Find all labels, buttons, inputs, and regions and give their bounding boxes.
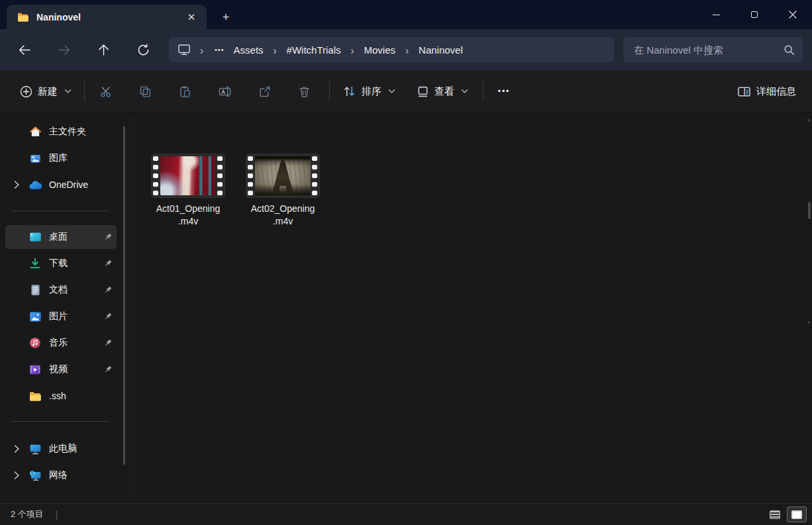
pin-icon (99, 365, 117, 374)
search-icon[interactable] (784, 44, 795, 56)
view-button[interactable]: 查看 (410, 78, 475, 105)
refresh-button[interactable] (131, 38, 155, 62)
file-list-area[interactable]: Act01_Opening .m4v Act02 (132, 114, 812, 503)
file-item-act02[interactable]: Act02_Opening .m4v (240, 153, 326, 228)
sidebar-item-this-pc[interactable]: 此电脑 (5, 437, 117, 461)
back-button[interactable] (13, 38, 36, 62)
search-input[interactable] (633, 44, 784, 56)
minimize-icon (713, 15, 720, 15)
pin-icon (99, 338, 117, 348)
ellipsis-icon: ••• (498, 87, 511, 96)
close-icon (788, 10, 797, 19)
cut-button[interactable] (91, 78, 120, 105)
delete-button[interactable] (289, 78, 319, 105)
folder-icon (28, 389, 42, 403)
sidebar-item-downloads[interactable]: 下载 (5, 252, 117, 275)
rename-button[interactable] (210, 78, 239, 105)
sidebar-item-label: OneDrive (49, 179, 117, 190)
forward-button[interactable] (52, 38, 76, 62)
breadcrumb-chevron[interactable]: › (194, 43, 209, 56)
refresh-icon (137, 44, 150, 56)
copy-icon (139, 85, 152, 98)
share-button[interactable] (250, 78, 279, 105)
file-name-line2: .m4v (240, 215, 326, 228)
new-tab-button[interactable]: + (217, 9, 235, 26)
video-frame-act01 (160, 156, 216, 195)
desktop-location-icon[interactable] (177, 43, 191, 56)
file-item-act01[interactable]: Act01_Opening .m4v (145, 153, 231, 228)
breadcrumb-item-assets[interactable]: Assets (230, 44, 268, 56)
main-scrollbar-thumb[interactable] (808, 202, 811, 219)
sidebar-item-label: 主文件夹 (49, 126, 117, 138)
this-pc-icon (28, 442, 42, 455)
tab-close-button[interactable]: ✕ (183, 9, 200, 26)
maximize-button[interactable] (735, 0, 774, 29)
sidebar-item-pictures[interactable]: 图片 (5, 305, 117, 328)
breadcrumb-chevron[interactable]: › (268, 43, 283, 56)
sidebar-divider (11, 211, 110, 211)
network-icon (28, 469, 42, 482)
details-pane-button[interactable]: 详细信息 (731, 78, 803, 105)
cut-icon (99, 85, 112, 98)
sidebar-item-onedrive[interactable]: OneDrive (5, 173, 117, 197)
sidebar-item-home[interactable]: 主文件夹 (5, 120, 117, 144)
video-frame-act02 (255, 156, 311, 195)
sidebar-item-music[interactable]: 音乐 (5, 331, 117, 355)
up-button[interactable] (91, 38, 115, 62)
sidebar-item-ssh[interactable]: .ssh (5, 384, 117, 408)
scrollbar-down-arrow[interactable] (808, 321, 810, 324)
up-arrow-icon (98, 44, 109, 56)
sidebar-item-videos[interactable]: 视频 (5, 358, 117, 381)
file-name-line1: Act01_Opening (145, 203, 231, 215)
expand-chevron-icon[interactable] (5, 180, 28, 189)
breadcrumb-chevron[interactable]: › (345, 43, 360, 56)
robed-figure-silhouette (264, 158, 301, 193)
breadcrumb-chevron[interactable]: › (399, 43, 415, 56)
expand-chevron-icon[interactable] (5, 444, 28, 453)
breadcrumb-item-witchtrials[interactable]: #WitchTrials (283, 44, 345, 56)
sidebar-item-desktop[interactable]: 桌面 (5, 225, 117, 249)
scrollbar-up-arrow[interactable] (808, 119, 810, 122)
breadcrumb: › ••• Assets › #WitchTrials › Movies › N… (169, 37, 614, 62)
sidebar-item-label: 网络 (49, 469, 117, 481)
pin-icon (99, 285, 117, 295)
sidebar-item-label: 此电脑 (49, 443, 117, 455)
sidebar-item-documents[interactable]: 文档 (5, 278, 117, 302)
sidebar-item-gallery[interactable]: 图库 (5, 146, 117, 170)
sidebar-scrollbar[interactable] (123, 126, 125, 465)
minimize-button[interactable] (697, 0, 735, 29)
video-thumbnail (150, 153, 226, 199)
paste-icon (179, 85, 191, 98)
view-icon (417, 85, 429, 98)
titlebar: Naninovel ✕ + (0, 0, 812, 29)
close-button[interactable] (774, 0, 812, 29)
file-name: Act02_Opening .m4v (240, 203, 326, 228)
large-thumbnails-view-icon (791, 510, 802, 519)
sidebar-item-label: 图库 (49, 152, 117, 164)
new-button[interactable]: 新建 (13, 78, 78, 105)
details-view-icon (770, 510, 780, 519)
maximize-icon (751, 11, 758, 18)
sidebar-item-label: 下载 (49, 258, 99, 269)
music-icon (28, 336, 42, 350)
search-box (623, 37, 803, 62)
status-divider: | (56, 509, 58, 520)
explorer-tab[interactable]: Naninovel ✕ (7, 5, 207, 29)
paste-button[interactable] (170, 78, 199, 105)
copy-button[interactable] (130, 78, 160, 105)
large-thumbnails-view-toggle[interactable] (787, 506, 807, 522)
share-icon (258, 85, 271, 98)
breadcrumb-ellipsis[interactable]: ••• (209, 46, 230, 54)
sort-button[interactable]: 排序 (336, 78, 402, 105)
home-icon (28, 125, 42, 138)
more-options-button[interactable]: ••• (489, 78, 519, 105)
breadcrumb-item-movies[interactable]: Movies (360, 44, 400, 56)
forward-icon (58, 44, 71, 56)
sort-icon (342, 85, 356, 98)
sidebar-item-label: 音乐 (49, 337, 99, 349)
trash-icon (298, 85, 311, 98)
expand-chevron-icon[interactable] (5, 471, 28, 480)
breadcrumb-item-naninovel[interactable]: Naninovel (415, 44, 467, 56)
sidebar-item-network[interactable]: 网络 (5, 463, 117, 487)
details-view-toggle[interactable] (765, 506, 785, 522)
